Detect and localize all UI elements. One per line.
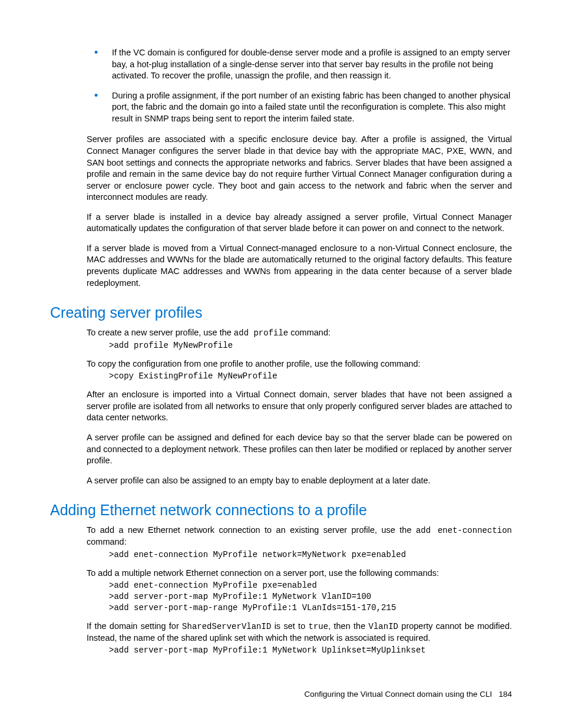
paragraph: If a server blade is installed in a devi… [87,212,512,235]
section-heading-ethernet: Adding Ethernet network connections to a… [50,502,512,519]
footer-text: Configuring the Virtual Connect domain u… [305,690,492,699]
section2-body: To add a new Ethernet network connection… [87,525,512,656]
bullet-item: If the VC domain is configured for doubl… [50,47,512,82]
page-content: If the VC domain is configured for doubl… [0,0,562,699]
text: is set to [271,621,308,631]
section1-body: To create a new server profile, use the … [87,327,512,486]
text: To add a new Ethernet network connection… [87,525,416,535]
paragraph: If the domain setting for SharedServerVl… [87,621,512,644]
paragraph: A server profile can also be assigned to… [87,475,512,487]
text: If the domain setting for [87,621,182,631]
inline-code: true [309,622,329,631]
inline-code: VlanID [369,622,398,631]
paragraph: Server profiles are associated with a sp… [87,134,512,203]
section-heading-creating-profiles: Creating server profiles [50,304,512,321]
bullet-list: If the VC domain is configured for doubl… [50,47,512,124]
paragraph: If a server blade is moved from a Virtua… [87,243,512,289]
command-block: >add profile MyNewProfile [109,340,512,351]
command-block: >add enet-connection MyProfile pxe=enabl… [109,580,512,614]
text: command: [288,328,330,337]
command-block: >copy ExistingProfile MyNewProfile [109,371,512,382]
intro-body: Server profiles are associated with a sp… [87,134,512,289]
text: , then the [328,621,368,631]
paragraph: To add a multiple network Ethernet conne… [87,568,512,579]
command-block: >add enet-connection MyProfile network=M… [109,549,512,561]
page-footer: Configuring the Virtual Connect domain u… [305,690,513,699]
inline-code: add enet-connection [416,526,512,535]
paragraph: After an enclosure is imported into a Vi… [87,389,512,424]
inline-code: SharedServerVlanID [182,622,271,631]
page-number: 184 [498,690,512,699]
inline-code: add profile [234,328,288,338]
text: command: [87,537,127,546]
paragraph: To copy the configuration from one profi… [87,358,512,370]
bullet-item: During a profile assignment, if the port… [50,90,512,125]
paragraph: To add a new Ethernet network connection… [87,525,512,548]
text: To create a new server profile, use the [87,328,234,337]
paragraph: To create a new server profile, use the … [87,327,512,339]
paragraph: A server profile can be assigned and def… [87,432,512,467]
command-block: >add server-port-map MyProfile:1 MyNetwo… [109,645,512,656]
